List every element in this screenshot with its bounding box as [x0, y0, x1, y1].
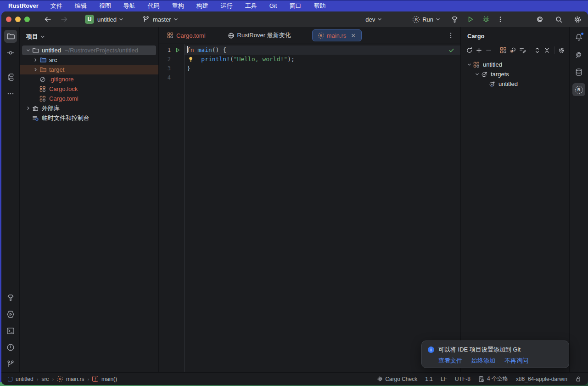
detach-cargo-project-icon[interactable] [484, 45, 493, 55]
settings-button[interactable] [572, 14, 583, 25]
toolchain-widget[interactable]: x86_64-apple-darwin [516, 376, 567, 382]
more-toolwindows-button[interactable] [4, 87, 17, 100]
menu-item-window[interactable]: 窗口 [289, 2, 301, 10]
close-tab-icon[interactable]: ✕ [351, 32, 356, 39]
chevron-expanded-icon[interactable] [473, 72, 481, 77]
toolwindow-project-button[interactable] [4, 30, 17, 43]
tree-row-scratches[interactable]: 临时文件和控制台 [20, 113, 158, 123]
project-icon[interactable]: U [85, 15, 94, 24]
tree-row-cargo-lock[interactable]: Cargo.lock [20, 84, 158, 94]
forward-icon[interactable] [60, 16, 68, 23]
chevron-collapsed-icon[interactable] [24, 106, 32, 111]
run-configuration-selector[interactable]: R Run [411, 14, 442, 25]
encoding-widget[interactable]: UTF-8 [455, 376, 470, 382]
toolwindow-version-control-button[interactable] [4, 358, 17, 370]
collapse-all-icon[interactable] [542, 45, 552, 55]
back-icon[interactable] [44, 16, 52, 23]
tab-cargo-toml[interactable]: Cargo.toml [162, 29, 211, 41]
line-ending-widget[interactable]: LF [441, 376, 447, 382]
inspect-dependencies-icon[interactable] [508, 45, 518, 55]
menu-item-git[interactable]: Git [269, 2, 277, 9]
menu-item-navigate[interactable]: 导航 [123, 2, 135, 10]
menu-item-run[interactable]: 运行 [221, 2, 233, 10]
menu-item-file[interactable]: 文件 [50, 2, 62, 10]
menu-item-code[interactable]: 代码 [148, 2, 160, 10]
refresh-cargo-projects-icon[interactable] [465, 45, 474, 55]
indent-widget[interactable]: 4 个空格 [478, 375, 508, 383]
breadcrumb-module[interactable]: untitled [16, 376, 34, 382]
minimize-window-button[interactable] [15, 17, 21, 22]
cargo-settings-gear-icon[interactable] [557, 45, 566, 55]
notifications-button[interactable] [572, 31, 585, 44]
tree-row-src[interactable]: src [20, 55, 158, 65]
tree-row-external-libraries[interactable]: 外部库 [20, 103, 158, 113]
toolwindow-problems-button[interactable] [4, 341, 17, 354]
editor-text-area[interactable]: fn main() { println!("Hello, world!"); } [185, 44, 460, 372]
cargo-features-icon[interactable] [498, 45, 508, 55]
run-button[interactable] [465, 14, 476, 25]
chevron-collapsed-icon[interactable] [32, 57, 39, 62]
tree-row-cargo-toml[interactable]: Cargo.toml [20, 94, 158, 103]
toolwindow-structure-button[interactable] [4, 71, 17, 84]
cargo-tree-root[interactable]: untitled [461, 60, 569, 69]
notification-action-dont-ask[interactable]: 不再询问 [504, 357, 528, 365]
project-widget-label[interactable]: untitled [97, 16, 117, 23]
menu-item-help[interactable]: 帮助 [314, 2, 325, 10]
database-toolwindow-button[interactable] [572, 66, 585, 79]
breadcrumbs: untitled › src › R main.rs › f main() [8, 376, 117, 382]
tab-options-kebab-icon[interactable] [444, 32, 458, 39]
more-actions-button[interactable] [495, 14, 505, 25]
tree-row-project-root[interactable]: untitled ~/RustroverProjects/untitled [20, 45, 158, 55]
chevron-expanded-icon[interactable] [465, 62, 473, 67]
breadcrumb-function[interactable]: main() [101, 376, 117, 382]
ai-assistant-toolwindow-button[interactable] [572, 48, 585, 61]
expand-all-icon[interactable] [532, 45, 542, 55]
cargo-toolwindow-button[interactable]: R [572, 83, 585, 96]
cargo-tree-targets[interactable]: targets [461, 69, 569, 79]
chevron-down-icon [173, 17, 179, 22]
code-editor[interactable]: 1 2 3 4 [159, 44, 460, 372]
breadcrumb-file[interactable]: main.rs [66, 376, 84, 382]
tab-main-rs[interactable]: R main.rs ✕ [312, 29, 362, 41]
run-main-gutter-icon[interactable] [173, 47, 183, 53]
notification-action-view-files[interactable]: 查看文件 [438, 357, 462, 365]
intention-bulb-icon[interactable] [188, 56, 194, 62]
edit-cargo-toml-icon[interactable] [518, 45, 527, 55]
search-everywhere-button[interactable] [553, 14, 565, 25]
breadcrumb-src[interactable]: src [41, 376, 49, 382]
debug-button[interactable] [481, 14, 492, 25]
folder-icon [39, 57, 46, 64]
tab-whats-new[interactable]: RustRover 最新变化 [222, 29, 297, 41]
structure-icon [6, 73, 15, 81]
cargo-file-icon [167, 32, 174, 39]
menu-item-edit[interactable]: 编辑 [75, 2, 87, 10]
caret-position-widget[interactable]: 1:1 [425, 376, 433, 382]
toolwindow-services-button[interactable] [4, 308, 17, 321]
inspections-ok-check-icon[interactable] [448, 47, 455, 54]
build-button[interactable] [449, 14, 460, 25]
ai-assistant-button[interactable] [534, 14, 546, 25]
run-profile-selector[interactable]: dev [364, 14, 384, 25]
right-activity-bar: R [569, 27, 588, 372]
menu-item-tools[interactable]: 工具 [245, 2, 257, 10]
toolwindow-commit-button[interactable] [4, 46, 17, 59]
notification-action-always-add[interactable]: 始终添加 [471, 357, 495, 365]
project-view-header[interactable]: 项目 [20, 31, 158, 45]
cargo-check-widget[interactable]: Cargo Check [377, 376, 417, 382]
chevron-collapsed-icon[interactable] [32, 67, 39, 72]
vcs-widget[interactable]: master [142, 16, 179, 23]
menu-app-name[interactable]: RustRover [8, 2, 39, 9]
menu-item-build[interactable]: 构建 [196, 2, 208, 10]
tree-row-gitignore[interactable]: .gitignore [20, 74, 158, 84]
close-window-button[interactable] [6, 17, 11, 22]
zoom-window-button[interactable] [24, 17, 30, 22]
toolwindow-terminal-button[interactable] [4, 324, 17, 337]
cargo-tree-target-untitled[interactable]: untitled [461, 79, 569, 89]
tree-row-target[interactable]: target [20, 65, 158, 74]
write-access-lock-icon[interactable] [575, 376, 582, 382]
menu-item-view[interactable]: 视图 [99, 2, 111, 10]
chevron-expanded-icon[interactable] [24, 48, 32, 53]
menu-item-refactor[interactable]: 重构 [172, 2, 184, 10]
attach-cargo-project-icon[interactable] [474, 45, 484, 55]
toolwindow-build-button[interactable] [4, 291, 17, 304]
